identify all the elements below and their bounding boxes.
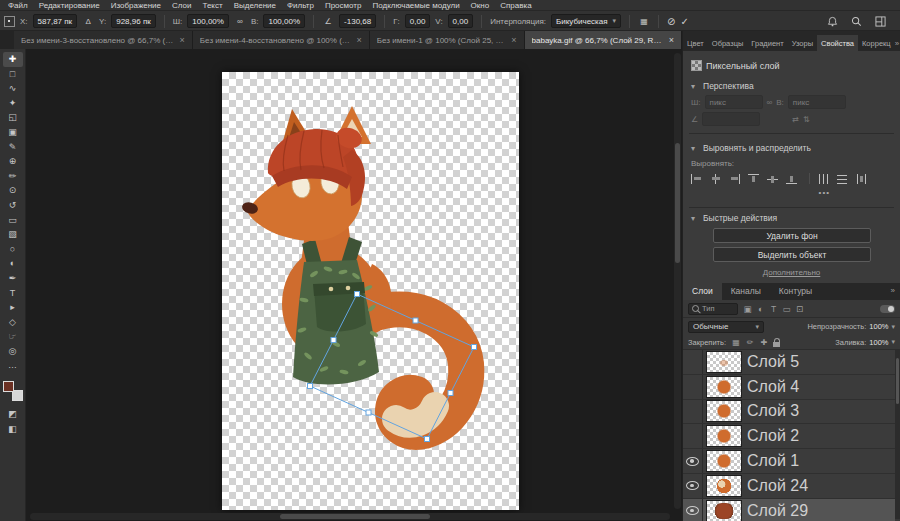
tool-brush[interactable]: ✏ bbox=[3, 169, 23, 184]
align-bottom-icon[interactable] bbox=[786, 174, 798, 184]
relative-positioning-button[interactable]: Δ bbox=[82, 15, 94, 27]
select-subject-button[interactable]: Выделить объект bbox=[713, 247, 871, 262]
tab-close-icon[interactable]: × bbox=[669, 35, 674, 45]
more-options-dots[interactable]: ••• bbox=[819, 188, 830, 197]
layer-visibility-toggle[interactable] bbox=[683, 375, 703, 399]
tool-move[interactable]: ✚ bbox=[3, 52, 23, 67]
layer-row[interactable]: Слой 1 bbox=[683, 449, 895, 474]
cancel-transform-icon[interactable]: ⊘ bbox=[667, 16, 675, 27]
layer-filter-search[interactable]: Тип bbox=[688, 303, 738, 315]
chevron-down-icon[interactable] bbox=[691, 214, 699, 223]
chevron-down-icon[interactable]: ▾ bbox=[891, 323, 895, 331]
filter-shape-layers-icon[interactable]: ▭ bbox=[781, 304, 792, 314]
y-input[interactable]: 928,96 пк bbox=[111, 14, 156, 28]
canvas-area[interactable] bbox=[26, 49, 682, 521]
scrollbar-thumb[interactable] bbox=[896, 358, 899, 404]
tool-quick-selection[interactable]: ✦ bbox=[3, 96, 23, 111]
tool-frame[interactable]: ▣ bbox=[3, 125, 23, 140]
canvas-vertical-scrollbar[interactable] bbox=[674, 53, 681, 509]
menu-item[interactable]: Выделение bbox=[234, 1, 276, 10]
menu-item[interactable]: Изображение bbox=[111, 1, 161, 10]
remove-background-button[interactable]: Удалить фон bbox=[713, 228, 871, 243]
layer-row[interactable]: Слой 2 bbox=[683, 424, 895, 449]
document-tab[interactable]: babayka.gif @ 66,7% (Слой 29, RGB/8#) *× bbox=[525, 31, 682, 49]
tab-close-icon[interactable]: × bbox=[180, 35, 185, 45]
chevron-down-icon[interactable] bbox=[691, 144, 699, 153]
align-top-icon[interactable] bbox=[748, 174, 760, 184]
lock-pixels-icon[interactable]: ✏ bbox=[745, 338, 755, 347]
tool-type[interactable]: T bbox=[3, 286, 23, 301]
align-left-icon[interactable] bbox=[691, 174, 703, 184]
document-canvas[interactable] bbox=[222, 72, 519, 510]
distribute-vertically-icon[interactable] bbox=[818, 174, 830, 184]
workspace-switcher-icon[interactable] bbox=[875, 16, 886, 27]
panel-tab-properties[interactable]: Свойства bbox=[817, 35, 858, 51]
tool-history-brush[interactable]: ↺ bbox=[3, 198, 23, 213]
menu-item[interactable]: Слои bbox=[172, 1, 191, 10]
scrollbar-thumb[interactable] bbox=[280, 514, 430, 519]
tool-lasso[interactable]: ∿ bbox=[3, 81, 23, 96]
tool-dodge[interactable]: ◐ bbox=[3, 256, 23, 271]
tool-clone-stamp[interactable]: ⊙ bbox=[3, 183, 23, 198]
menu-item[interactable]: Редактирование bbox=[39, 1, 100, 10]
layers-tab-layers[interactable]: Слои bbox=[683, 283, 722, 300]
tool-marquee[interactable]: □ bbox=[3, 67, 23, 82]
panel-tab-gradients[interactable]: Градиент bbox=[747, 35, 787, 51]
notification-bell-icon[interactable] bbox=[827, 16, 838, 27]
height-input[interactable]: 100,00% bbox=[263, 14, 305, 28]
menu-item[interactable]: Подключаемые модули bbox=[372, 1, 459, 10]
distribute-horizontally-icon[interactable] bbox=[837, 174, 849, 184]
panel-tab-patterns[interactable]: Узоры bbox=[788, 35, 817, 51]
tab-close-icon[interactable]: × bbox=[511, 35, 516, 45]
tool-pen[interactable]: ✒ bbox=[3, 271, 23, 286]
lock-transparency-icon[interactable]: ▦ bbox=[731, 338, 741, 347]
scrollbar-thumb[interactable] bbox=[675, 143, 680, 263]
maintain-aspect-ratio-icon[interactable]: ∞ bbox=[234, 15, 246, 27]
tab-close-icon[interactable]: × bbox=[357, 35, 362, 45]
blend-mode-select[interactable]: Обычные bbox=[688, 321, 764, 333]
chevron-down-icon[interactable]: ▾ bbox=[891, 338, 895, 346]
opacity-value[interactable]: 100% bbox=[869, 322, 888, 331]
rotation-input[interactable]: -130,68 bbox=[339, 14, 376, 28]
panel-tab-adjustments[interactable]: Коррекц bbox=[858, 35, 895, 51]
tool-edit-toolbar[interactable]: … bbox=[3, 358, 23, 373]
tool-path-selection[interactable]: ▸ bbox=[3, 300, 23, 315]
menu-item[interactable]: Текст bbox=[202, 1, 222, 10]
document-tab[interactable]: Без имени-4-восстановлено @ 100% (Слой 1… bbox=[193, 31, 370, 49]
menu-item[interactable]: Справка bbox=[500, 1, 531, 10]
panel-tab-color[interactable]: Цвет bbox=[683, 35, 708, 51]
tool-shape[interactable]: ◇ bbox=[3, 315, 23, 330]
lock-all-icon[interactable] bbox=[773, 342, 780, 347]
layer-row[interactable]: Слой 4 bbox=[683, 375, 895, 400]
layer-row[interactable]: Слой 29 bbox=[683, 499, 895, 521]
menu-item[interactable]: Файл bbox=[8, 1, 28, 10]
layers-tab-channels[interactable]: Каналы bbox=[722, 283, 770, 300]
search-icon[interactable] bbox=[851, 16, 862, 27]
layer-visibility-toggle[interactable] bbox=[683, 400, 703, 424]
layer-row[interactable]: Слой 5 bbox=[683, 350, 895, 375]
filter-adjustment-layers-icon[interactable]: ◐ bbox=[755, 304, 766, 314]
skew-v-input[interactable]: 0,00 bbox=[448, 14, 474, 28]
reference-point-icon[interactable] bbox=[4, 16, 15, 27]
layer-row[interactable]: Слой 24 bbox=[683, 474, 895, 499]
align-right-icon[interactable] bbox=[729, 174, 741, 184]
layer-visibility-toggle[interactable] bbox=[683, 474, 703, 498]
more-properties-link[interactable]: Дополнительно bbox=[683, 268, 900, 277]
menu-item[interactable]: Просмотр bbox=[325, 1, 362, 10]
filter-pixel-layers-icon[interactable]: ▣ bbox=[742, 304, 753, 314]
canvas-horizontal-scrollbar[interactable] bbox=[30, 513, 670, 520]
align-center-horizontal-icon[interactable] bbox=[710, 174, 722, 184]
tool-zoom[interactable]: ◎ bbox=[3, 344, 23, 359]
layer-row[interactable]: Слой 3 bbox=[683, 400, 895, 425]
panel-tab-swatches[interactable]: Образцы bbox=[708, 35, 748, 51]
tool-screen-mode[interactable]: ◧ bbox=[3, 422, 23, 437]
warp-mode-toggle-icon[interactable]: ▦ bbox=[638, 15, 650, 27]
collapse-panel-icon[interactable]: » bbox=[891, 283, 900, 300]
document-tab[interactable]: Без имени-1 @ 100% (Слой 25, RGB/8...× bbox=[370, 31, 525, 49]
align-center-vertical-icon[interactable] bbox=[767, 174, 779, 184]
lock-position-icon[interactable]: ✚ bbox=[759, 338, 769, 347]
layer-filter-toggle[interactable] bbox=[880, 305, 895, 313]
menu-item[interactable]: Окно bbox=[471, 1, 490, 10]
tool-crop[interactable]: ◱ bbox=[3, 110, 23, 125]
tool-gradient[interactable]: ▧ bbox=[3, 227, 23, 242]
